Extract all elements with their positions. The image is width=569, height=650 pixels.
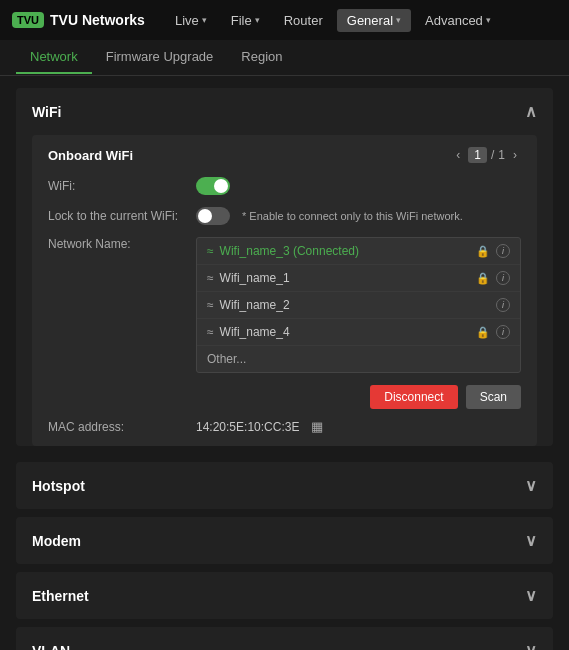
pagination-prev-button[interactable]: ‹ [452, 147, 464, 163]
network-name: Wifi_name_4 [220, 325, 470, 339]
hotspot-label: Hotspot [32, 478, 85, 494]
chevron-down-icon: ∨ [525, 641, 537, 650]
nav-items: Live ▾ File ▾ Router General ▾ Advanced … [165, 9, 557, 32]
other-networks-item[interactable]: Other... [197, 346, 520, 372]
nav-item-general[interactable]: General ▾ [337, 9, 411, 32]
network-name: Wifi_name_1 [220, 271, 470, 285]
ethernet-section-header[interactable]: Ethernet ∨ [16, 572, 553, 619]
info-icon[interactable]: i [496, 271, 510, 285]
chevron-down-icon: ∨ [525, 476, 537, 495]
wifi-section-title: WiFi [32, 104, 61, 120]
lock-wifi-row: Lock to the current WiFi: * Enable to co… [48, 207, 521, 225]
chevron-down-icon: ▾ [255, 15, 260, 25]
pagination-next-button[interactable]: › [509, 147, 521, 163]
chevron-down-icon: ▾ [486, 15, 491, 25]
nav-item-router[interactable]: Router [274, 9, 333, 32]
logo-badge: TVU [12, 12, 44, 28]
network-list-item[interactable]: ≈ Wifi_name_1 🔒 i [197, 265, 520, 292]
chevron-up-icon: ∧ [525, 102, 537, 121]
network-name: Wifi_name_2 [220, 298, 490, 312]
network-name-label: Network Name: [48, 237, 188, 251]
chevron-down-icon: ∨ [525, 586, 537, 605]
pagination-total: 1 [498, 148, 505, 162]
ethernet-label: Ethernet [32, 588, 89, 604]
info-icon[interactable]: i [496, 244, 510, 258]
wifi-section: WiFi ∧ Onboard WiFi ‹ 1 / 1 › WiFi: [16, 88, 553, 446]
network-name: Wifi_name_3 (Connected) [220, 244, 470, 258]
vlan-label: VLAN [32, 643, 70, 651]
lock-wifi-label: Lock to the current WiFi: [48, 209, 188, 223]
main-content: WiFi ∧ Onboard WiFi ‹ 1 / 1 › WiFi: [0, 76, 569, 650]
wifi-signal-icon: ≈ [207, 271, 214, 285]
network-list: ≈ Wifi_name_3 (Connected) 🔒 i ≈ Wifi_nam… [196, 237, 521, 373]
tab-region[interactable]: Region [227, 41, 296, 74]
pagination-separator: / [491, 148, 494, 162]
info-icon[interactable]: i [496, 298, 510, 312]
disconnect-button[interactable]: Disconnect [370, 385, 457, 409]
ethernet-section: Ethernet ∨ [16, 572, 553, 619]
sub-nav: Network Firmware Upgrade Region [0, 40, 569, 76]
onboard-wifi-title: Onboard WiFi [48, 148, 133, 163]
nav-item-live[interactable]: Live ▾ [165, 9, 217, 32]
lock-icon: 🔒 [476, 326, 490, 339]
vlan-section: VLAN ∨ [16, 627, 553, 650]
onboard-wifi-panel: Onboard WiFi ‹ 1 / 1 › WiFi: Lock to the… [32, 135, 537, 446]
tab-network[interactable]: Network [16, 41, 92, 74]
lock-icon: 🔒 [476, 245, 490, 258]
mac-address-label: MAC address: [48, 420, 188, 434]
wifi-section-header[interactable]: WiFi ∧ [16, 88, 553, 135]
lock-wifi-note: * Enable to connect only to this WiFi ne… [242, 210, 463, 222]
top-nav: TVU TVU Networks Live ▾ File ▾ Router Ge… [0, 0, 569, 40]
network-list-item[interactable]: ≈ Wifi_name_4 🔒 i [197, 319, 520, 346]
lock-icon: 🔒 [476, 272, 490, 285]
pagination: ‹ 1 / 1 › [452, 147, 521, 163]
chevron-down-icon: ▾ [396, 15, 401, 25]
wifi-signal-icon: ≈ [207, 298, 214, 312]
brand-name: TVU Networks [50, 12, 145, 28]
nav-item-file[interactable]: File ▾ [221, 9, 270, 32]
nav-item-advanced[interactable]: Advanced ▾ [415, 9, 501, 32]
network-list-item[interactable]: ≈ Wifi_name_3 (Connected) 🔒 i [197, 238, 520, 265]
wifi-signal-icon: ≈ [207, 325, 214, 339]
action-buttons: Disconnect Scan [48, 385, 521, 409]
modem-section: Modem ∨ [16, 517, 553, 564]
pagination-current: 1 [468, 147, 487, 163]
mac-address-row: MAC address: 14:20:5E:10:CC:3E ▦ [48, 419, 521, 434]
hotspot-section-header[interactable]: Hotspot ∨ [16, 462, 553, 509]
wifi-toggle[interactable] [196, 177, 230, 195]
onboard-header: Onboard WiFi ‹ 1 / 1 › [48, 147, 521, 163]
network-list-item[interactable]: ≈ Wifi_name_2 i [197, 292, 520, 319]
lock-wifi-toggle[interactable] [196, 207, 230, 225]
wifi-toggle-row: WiFi: [48, 177, 521, 195]
vlan-section-header[interactable]: VLAN ∨ [16, 627, 553, 650]
lock-wifi-toggle-slider [196, 207, 230, 225]
tab-firmware-upgrade[interactable]: Firmware Upgrade [92, 41, 228, 74]
wifi-toggle-slider [196, 177, 230, 195]
wifi-label: WiFi: [48, 179, 188, 193]
modem-label: Modem [32, 533, 81, 549]
info-icon[interactable]: i [496, 325, 510, 339]
chevron-down-icon: ∨ [525, 531, 537, 550]
scan-button[interactable]: Scan [466, 385, 521, 409]
mac-address-value: 14:20:5E:10:CC:3E [196, 420, 299, 434]
modem-section-header[interactable]: Modem ∨ [16, 517, 553, 564]
chevron-down-icon: ▾ [202, 15, 207, 25]
network-name-row: Network Name: ≈ Wifi_name_3 (Connected) … [48, 237, 521, 373]
copy-icon[interactable]: ▦ [311, 419, 323, 434]
wifi-signal-icon: ≈ [207, 244, 214, 258]
hotspot-section: Hotspot ∨ [16, 462, 553, 509]
